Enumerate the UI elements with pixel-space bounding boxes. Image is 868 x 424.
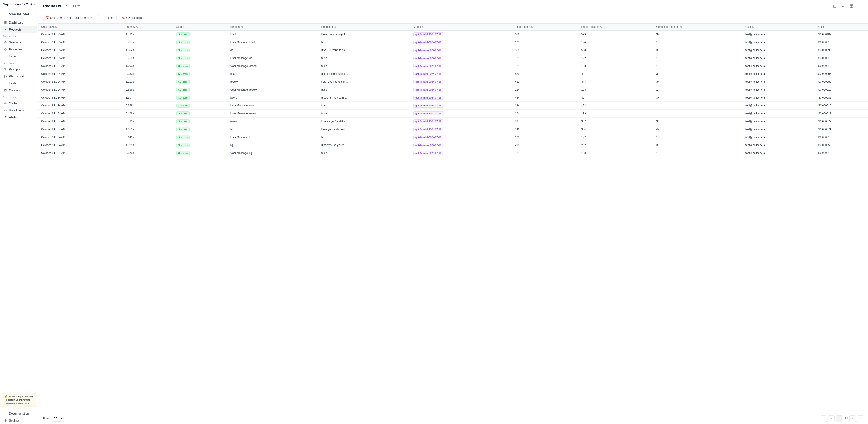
sidebar-item-properties[interactable]: ◇ Properties (1, 46, 37, 53)
sidebar-item-dashboard[interactable]: ⊞ Dashboard (1, 19, 37, 26)
table-row[interactable]: October 3 11:35 AM 1.481s Success fdadf … (38, 31, 868, 38)
cell-response: It seems like you're ... (319, 141, 411, 149)
download-button[interactable] (839, 3, 846, 9)
table-row[interactable]: October 3 11:34 AM 0.368s Success User M… (38, 102, 868, 110)
columns-button[interactable] (831, 3, 838, 9)
rows-dropdown[interactable]: 10 25 50 100 (51, 416, 64, 422)
cell-model: gpt-4o-mini-2024-07-18 (411, 102, 512, 110)
date-range-label: Sep 3, 2024 14:42 - Oct 3, 2024 14:42 (50, 16, 96, 20)
cell-request: User Message: ds (228, 54, 319, 62)
table-row[interactable]: October 3 11:34 AM 0.586s Success User M… (38, 86, 868, 94)
sort-icon[interactable]: ⇅ (136, 26, 138, 28)
date-range-button[interactable]: 📅 Sep 3, 2024 14:42 - Oct 3, 2024 14:42 (43, 15, 99, 21)
prev-page-button[interactable]: ‹ (828, 416, 835, 422)
svg-rect-1 (834, 5, 835, 7)
developer-chevron-icon: ▾ (15, 96, 16, 98)
cell-status: Success (174, 102, 228, 110)
sidebar-item-playground[interactable]: ▷ Playground (1, 73, 37, 80)
customer-portal-button[interactable]: Customer Portal (2, 11, 36, 17)
sidebar-item-alerts[interactable]: ⚑ Alerts (1, 114, 37, 120)
cell-cost: $0.000089 (816, 78, 868, 86)
table-row[interactable]: October 3 11:34 AM 0.641s Success User M… (38, 133, 868, 141)
sort-icon[interactable]: ⇅ (680, 26, 682, 28)
cell-prompt-tokens: 123 (579, 149, 654, 157)
cell-cost: $0.000096 (816, 70, 868, 78)
cell-cost: $0.000082 (816, 94, 868, 102)
cell-prompt-tokens: 123 (579, 102, 654, 110)
refresh-button[interactable]: ↻ (64, 3, 70, 9)
cell-request: rwere (228, 94, 319, 102)
sort-icon[interactable]: ⇅ (531, 26, 533, 28)
first-page-button[interactable]: « (820, 416, 827, 422)
sort-icon[interactable]: ⇅ (335, 26, 336, 28)
sidebar-item-evals[interactable]: ✓ Evals (1, 80, 37, 87)
cell-user: test@helicone.ai (743, 125, 816, 133)
sort-icon[interactable]: ⇅ (55, 26, 57, 28)
table-row[interactable]: October 3 11:34 AM 1.985s Success lkj It… (38, 141, 868, 149)
requests-icon: ≡ (4, 28, 7, 31)
alerts-icon: ⚑ (4, 115, 7, 119)
table-row[interactable]: October 3 11:34 AM 1.002s Success User M… (38, 62, 868, 70)
cell-user: test@helicone.ai (743, 46, 816, 54)
sidebar-item-label: Sessions (9, 41, 21, 44)
sidebar-item-sessions[interactable]: ⊙ Sessions (1, 39, 37, 46)
table-row[interactable]: October 3 11:34 AM 0.579s Success User M… (38, 149, 868, 157)
sidebar-item-label: Cache (9, 101, 18, 105)
sidebar-item-label: Evals (9, 82, 16, 85)
cell-latency: 0.579s (123, 149, 174, 157)
next-page-button[interactable]: › (849, 416, 856, 422)
cell-prompt-tokens: 122 (579, 133, 654, 141)
sidebar-main-nav: ⊞ Dashboard ≡ Requests (0, 19, 38, 33)
cell-model: gpt-4o-mini-2024-07-18 (411, 149, 512, 157)
last-page-button[interactable]: » (857, 416, 864, 422)
more-options-button[interactable]: ⋮ (857, 3, 864, 9)
cell-user: test@helicone.ai (743, 31, 816, 38)
table-row[interactable]: October 3 11:34 AM 1.113s Success reqew … (38, 78, 868, 86)
cell-cost: $0.000019 (816, 149, 868, 157)
cell-completion-tokens: 1 (653, 149, 743, 157)
current-page-button[interactable]: 1 (836, 416, 842, 422)
cell-completion-tokens: 38 (653, 70, 743, 78)
cell-response: false (319, 110, 411, 118)
cell-prompt-tokens: 538 (579, 46, 654, 54)
calendar-icon: 📅 (45, 16, 49, 20)
saved-filters-button[interactable]: 🔖 Saved Filters (119, 15, 144, 21)
cell-model: gpt-4o-mini-2024-07-18 (411, 78, 512, 86)
layout-button[interactable] (848, 3, 855, 9)
sort-icon[interactable]: ⇅ (600, 26, 602, 28)
sort-icon[interactable]: ⇅ (422, 26, 424, 28)
sidebar-header: Organization for Test ‹ (0, 0, 38, 9)
rate-limits-icon: ⊘ (4, 108, 7, 112)
promo-link[interactable]: Get early access here. (5, 402, 30, 405)
sidebar-item-users[interactable]: ○ Users (1, 53, 37, 60)
live-badge: Live (72, 4, 80, 8)
col-user: User ⇅ (743, 24, 816, 31)
table-row[interactable]: October 3 11:35 AM 1.304s Success ds If … (38, 46, 868, 54)
sidebar-item-documentation[interactable]: 📄 Documentation (1, 410, 37, 417)
table-row[interactable]: October 3 11:34 AM 0.783s Success ewew I… (38, 118, 868, 125)
table-row[interactable]: October 3 11:35 AM 0.717s Success User M… (38, 38, 868, 46)
table-row[interactable]: October 3 11:34 AM 3.3s Success rwere It… (38, 94, 868, 102)
sidebar-collapse-button[interactable]: ‹ (34, 2, 35, 6)
cell-request: lkj (228, 141, 319, 149)
sort-icon[interactable]: ⇅ (752, 26, 754, 28)
table-row[interactable]: October 3 11:35 AM 0.768s Success User M… (38, 54, 868, 62)
filters-button[interactable]: ▽ Filters (101, 15, 117, 21)
table-row[interactable]: October 3 11:34 AM 1.312s Success fe I s… (38, 125, 868, 133)
sort-icon[interactable]: ⇅ (241, 26, 243, 28)
sidebar-item-datasets[interactable]: ⊟ Datasets (1, 87, 37, 94)
cell-created-at: October 3 11:34 AM (38, 149, 123, 157)
promo-banner: 🔥 Introducing a new way to perfect your … (2, 393, 36, 407)
sidebar-item-requests[interactable]: ≡ Requests (1, 26, 37, 33)
requests-table-container: Created At ⇅ Latency ⇅ Status (38, 24, 868, 413)
segments-nav: ⊙ Sessions ◇ Properties ○ Users (0, 39, 38, 60)
sidebar-item-rate-limits[interactable]: ⊘ Rate Limits (1, 107, 37, 114)
table-row[interactable]: October 3 11:34 AM 0.428s Success User M… (38, 110, 868, 118)
sidebar-item-prompts[interactable]: ✎ Prompts (1, 66, 37, 72)
cell-user: test@helicone.ai (743, 110, 816, 118)
table-row[interactable]: October 3 11:34 AM 2.362s Success dsasd … (38, 70, 868, 78)
cell-created-at: October 3 11:34 AM (38, 133, 123, 141)
sidebar-item-settings[interactable]: ⚙ Settings (1, 417, 37, 424)
cell-completion-tokens: 37 (653, 78, 743, 86)
sidebar-item-cache[interactable]: ⊕ Cache (1, 100, 37, 107)
